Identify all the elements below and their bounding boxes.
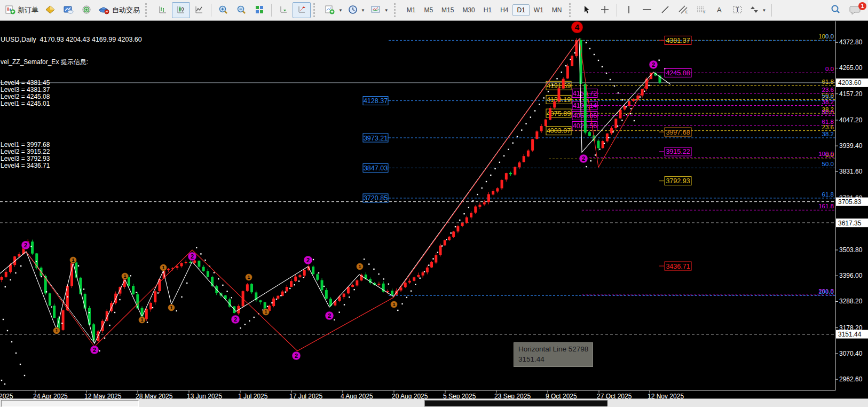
new-chart-button[interactable]: ▼ — [322, 2, 345, 18]
semafor-price-boxes[interactable]: 4381.374245.083997.683915.223792.933436.… — [659, 36, 691, 270]
svg-text:E: E — [685, 10, 688, 14]
chart-line-button[interactable] — [190, 2, 208, 18]
chart-shift-button[interactable] — [293, 2, 311, 18]
fib-percent-label: 50.0 — [822, 109, 834, 115]
vertical-line-button[interactable] — [620, 2, 638, 18]
svg-text:2: 2 — [24, 242, 27, 248]
chevron-down-icon: ▼ — [338, 8, 343, 13]
chevron-down-icon: ▼ — [384, 8, 389, 13]
search-button[interactable] — [826, 2, 845, 18]
fibonacci-levels[interactable]: 100.061.84191.6950.04133.1938.24075.8923… — [363, 33, 835, 295]
arrows-button[interactable]: ▼ — [747, 2, 769, 18]
price-axis-label: 3288.20 — [839, 298, 863, 305]
templates-button[interactable]: ▼ — [368, 2, 391, 18]
status-quick-field[interactable] — [424, 400, 608, 407]
timeframe-h1[interactable]: H1 — [479, 4, 496, 16]
chart-bars-button[interactable] — [154, 2, 172, 18]
tooltip-price: 3151.44 — [518, 354, 588, 364]
periods-button[interactable]: ▼ — [345, 2, 368, 18]
auto-trading-label: 自动交易 — [112, 5, 140, 15]
price-axis-label: 4372.80 — [839, 38, 863, 46]
zoom-out-button[interactable] — [232, 2, 250, 18]
new-order-label: 新订单 — [18, 5, 38, 15]
semafor-price-label: 4245.08 — [666, 69, 690, 77]
timeframe-h4[interactable]: H4 — [496, 4, 512, 16]
radar-icon — [81, 5, 92, 16]
svg-text:2: 2 — [234, 316, 237, 323]
toolbar-grip — [569, 3, 575, 17]
svg-text:2: 2 — [328, 312, 331, 319]
fib-percent-label: 0.0 — [825, 33, 834, 40]
status-left-panel — [1, 400, 139, 407]
search-icon — [830, 4, 841, 17]
timeframe-m15[interactable]: M15 — [437, 4, 458, 16]
timeframe-m30[interactable]: M30 — [458, 4, 479, 16]
price-axis-marker-label: 3705.83 — [838, 198, 862, 206]
indicator-title-line: vel_ZZ_Semafor_Ex 提示信息: — [1, 59, 142, 66]
new-order-icon — [5, 5, 15, 16]
main-toolbar: 新订单 自动交易 — [0, 0, 868, 21]
svg-text:1: 1 — [123, 273, 126, 279]
equidistant-channel-button[interactable]: E — [674, 2, 692, 18]
equidistant-channel-icon: E — [678, 5, 689, 16]
new-chart-icon — [325, 5, 335, 16]
price-axis[interactable]: 4372.804265.004157.204047.203939.403831.… — [835, 21, 868, 392]
radar-button[interactable] — [77, 2, 96, 18]
indicator-levels-lower: Level1 = 3997.68Level2 = 3915.22Level3 =… — [1, 142, 142, 169]
horizontal-line-objects[interactable] — [0, 202, 835, 334]
chart-bars-icon — [158, 5, 168, 16]
indicator-level-line: Level4 = 3436.71 — [1, 162, 142, 169]
auto-scroll-button[interactable] — [274, 2, 293, 18]
toolbar-grip — [145, 3, 151, 17]
notifications-button[interactable]: 1 — [845, 3, 866, 18]
new-order-button[interactable]: 新订单 — [2, 2, 41, 18]
toolbar-separator — [771, 4, 772, 17]
text-button[interactable]: A — [711, 2, 729, 18]
fibonacci-button[interactable]: F — [692, 2, 711, 18]
navigator-icon — [63, 5, 74, 16]
tile-windows-button[interactable] — [250, 2, 269, 18]
text-label-button[interactable]: T — [729, 2, 747, 18]
timeframe-m5[interactable]: M5 — [420, 4, 437, 16]
cursor-button[interactable] — [578, 2, 596, 18]
navigator-button[interactable] — [59, 2, 77, 18]
svg-text:1: 1 — [140, 317, 143, 323]
fib-percent-label: 161.8 — [818, 203, 834, 209]
semafor-price-label: 4381.37 — [666, 37, 690, 44]
timeframe-d1[interactable]: D1 — [512, 4, 529, 16]
horizontal-line-button[interactable] — [638, 2, 656, 18]
svg-text:2: 2 — [93, 347, 96, 353]
auto-trading-button[interactable]: 自动交易 — [96, 2, 143, 18]
toolbar-separator — [211, 4, 211, 17]
svg-text:1: 1 — [162, 265, 164, 270]
zoom-in-button[interactable] — [214, 2, 232, 18]
fib-percent-label: 23.6 — [822, 87, 834, 93]
svg-text:4: 4 — [575, 22, 580, 32]
trendline-button[interactable] — [656, 2, 674, 18]
fibonacci-icon: F — [696, 5, 707, 16]
symbol-ohlc-line: UUSD,Daily 4170.93 4204.43 4169.99 4203.… — [1, 36, 142, 43]
market-watch-button[interactable] — [41, 2, 59, 18]
svg-text:1: 1 — [247, 275, 250, 280]
svg-text:F: F — [704, 10, 706, 14]
fib-percent-label: 61.8 — [822, 191, 834, 198]
trendline-icon — [660, 5, 670, 16]
fib-price-label: 3973.21 — [364, 135, 388, 142]
auto-scroll-icon — [279, 5, 288, 16]
svg-text:2: 2 — [306, 257, 310, 263]
toolbar-separator — [617, 4, 617, 17]
vertical-line-icon — [626, 5, 632, 16]
price-axis-marker-label: 3151.44 — [838, 331, 862, 338]
crosshair-button[interactable] — [596, 2, 614, 18]
fib-percent-label: 100.0 — [818, 151, 834, 157]
timeframe-mn[interactable]: MN — [548, 4, 566, 16]
price-axis-label: 4265.00 — [839, 64, 863, 72]
cursor-icon — [582, 5, 591, 16]
timeframe-w1[interactable]: W1 — [530, 4, 548, 16]
semafor-price-label: 3792.93 — [666, 177, 690, 185]
templates-icon — [370, 5, 381, 16]
timeframe-m1[interactable]: M1 — [403, 4, 420, 16]
zoom-out-icon — [236, 5, 247, 16]
chart-candles-button[interactable] — [172, 2, 190, 18]
text-label-icon: T — [732, 5, 743, 16]
